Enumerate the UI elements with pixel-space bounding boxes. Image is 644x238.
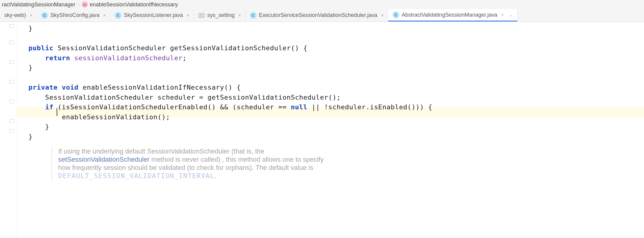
fold-marker[interactable] xyxy=(9,100,14,103)
chevron-right-icon: › xyxy=(78,2,79,7)
chevron-down-icon[interactable]: ⌄ xyxy=(509,12,513,17)
method-icon: m xyxy=(82,2,88,8)
doc-text: how frequently session should be validat… xyxy=(58,164,313,171)
close-icon[interactable]: × xyxy=(187,13,189,18)
java-class-icon: C xyxy=(41,12,48,19)
tab-sky-web[interactable]: sky-web) × xyxy=(0,9,37,21)
fold-marker[interactable] xyxy=(9,60,14,64)
java-class-icon: C xyxy=(393,12,399,18)
doc-text: . xyxy=(214,172,216,180)
breadcrumb-method[interactable]: enableSessionValidationIfNecessary xyxy=(90,2,178,8)
close-icon[interactable]: × xyxy=(238,13,241,18)
doc-constant: DEFAULT_SESSION_VALIDATION_INTERVAL xyxy=(58,172,214,180)
java-class-icon: C xyxy=(115,12,121,19)
editor: } public SessionValidationScheduler getS… xyxy=(0,22,644,238)
doc-text: method is never called) , this method al… xyxy=(150,156,324,163)
tab-sys-setting[interactable]: sys_setting × xyxy=(194,9,245,21)
tab-label: sky-web) xyxy=(4,12,26,18)
fold-marker[interactable] xyxy=(9,129,14,133)
fold-marker[interactable] xyxy=(9,80,14,84)
breadcrumb[interactable]: ractValidatingSessionManager › m enableS… xyxy=(0,0,644,9)
code-area[interactable]: } public SessionValidationScheduler getS… xyxy=(17,22,644,238)
tab-abstract-validating-session-manager[interactable]: C AbstractValidatingSessionManager.java … xyxy=(388,9,517,21)
fold-marker[interactable] xyxy=(9,41,14,44)
close-icon[interactable]: × xyxy=(381,13,384,18)
fold-marker[interactable] xyxy=(9,24,14,28)
tab-sky-shiro-config[interactable]: C SkyShiroConfig.java × xyxy=(37,9,110,21)
tab-label: ExecutorServiceSessionValidationSchedule… xyxy=(259,12,377,18)
tab-sky-session-listener[interactable]: C SkySessionListener.java × xyxy=(111,9,194,21)
close-icon[interactable]: × xyxy=(501,12,504,18)
svg-rect-0 xyxy=(199,13,204,18)
fold-marker[interactable] xyxy=(9,119,14,123)
gutter[interactable] xyxy=(0,22,17,238)
java-class-icon: C xyxy=(250,12,257,19)
close-icon[interactable]: × xyxy=(30,13,32,18)
editor-tab-bar: sky-web) × C SkyShiroConfig.java × C Sky… xyxy=(0,9,644,22)
javadoc-rendered: If using the underlying default SessionV… xyxy=(51,147,324,180)
close-icon[interactable]: × xyxy=(103,13,106,18)
breadcrumb-class[interactable]: ractValidatingSessionManager xyxy=(2,2,75,8)
tab-label: AbstractValidatingSessionManager.java xyxy=(402,12,497,18)
source-code[interactable]: } public SessionValidationScheduler getS… xyxy=(17,22,644,142)
doc-text: If using the underlying default SessionV… xyxy=(58,147,264,155)
doc-link[interactable]: setSessionValidationScheduler xyxy=(58,156,150,163)
tab-label: sys_setting xyxy=(207,12,234,18)
tab-label: SkySessionListener.java xyxy=(124,12,183,18)
tab-executor-scheduler[interactable]: C ExecutorServiceSessionValidationSchedu… xyxy=(246,9,388,21)
table-icon xyxy=(198,13,205,18)
tab-label: SkyShiroConfig.java xyxy=(50,12,99,18)
